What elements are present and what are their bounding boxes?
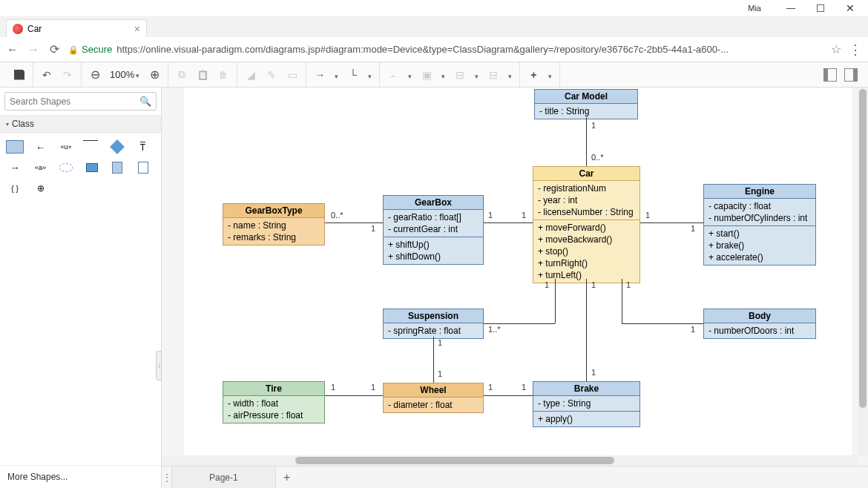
uml-class-engine[interactable]: Engine - capacity : float - numberOfCyli… (703, 184, 816, 266)
shape-diamond-icon[interactable] (108, 140, 126, 154)
paste-icon[interactable] (197, 69, 208, 81)
browser-tab[interactable]: Car × (6, 19, 147, 37)
shape-note-icon[interactable] (134, 161, 152, 174)
shape-abstraction-icon[interactable]: «a» (32, 161, 50, 174)
uml-attr: - year : int (538, 194, 635, 206)
multiplicity: 1 (691, 224, 695, 233)
minimize-button[interactable] (776, 1, 806, 16)
menu-icon[interactable]: ⋮ (849, 43, 862, 56)
panel-label: Class (12, 119, 34, 129)
chevron-down-icon (441, 68, 445, 82)
shape-generalization-icon[interactable] (32, 140, 50, 154)
uml-class-body[interactable]: Body - numberOfDoors : int (703, 309, 816, 339)
scrollbar-thumb[interactable] (859, 89, 867, 408)
back-button[interactable]: ← (6, 43, 19, 56)
delete-icon[interactable] (217, 69, 229, 81)
chevron-down-icon (508, 68, 512, 82)
address-bar[interactable]: Secure https://online.visual-paradigm.co… (68, 44, 823, 55)
uml-class-carmodel[interactable]: Car Model - title : String (534, 89, 638, 119)
main-area: 🔍 Class «u» ⤍ «a» ⫶ More Shapes... (0, 88, 868, 488)
multiplicity: 1..* (488, 325, 501, 334)
sidebar-collapse-handle[interactable]: ⫶ (156, 351, 162, 380)
toggle-right-panel-icon[interactable] (844, 68, 858, 82)
chevron-down-icon (335, 68, 338, 82)
shape-interface-icon[interactable] (134, 140, 152, 154)
connector (622, 279, 622, 323)
shape-model-icon[interactable] (108, 161, 126, 174)
uml-attr: - width : float (228, 398, 320, 409)
toggle-left-panel-icon[interactable] (823, 68, 837, 82)
secure-label: Secure (82, 44, 112, 55)
connector (586, 279, 587, 381)
connector (640, 222, 703, 223)
uml-class-car[interactable]: Car - registrationNum - year : int - lic… (533, 166, 640, 283)
uml-op: + apply() (538, 413, 635, 425)
multiplicity: 1 (522, 211, 526, 220)
zoom-out-icon[interactable] (89, 69, 101, 81)
shape-dep-icon[interactable]: ⤍ (6, 161, 24, 174)
shape-class-icon[interactable] (6, 140, 24, 154)
forward-button[interactable]: → (27, 43, 40, 56)
shape-icon[interactable] (286, 69, 298, 81)
uml-op: + moveBackward() (538, 234, 635, 245)
zoom-in-icon[interactable] (148, 69, 160, 81)
uml-op: + stop() (538, 245, 635, 257)
uml-class-tire[interactable]: Tire - width : float - airPressure : flo… (223, 381, 325, 423)
horizontal-scrollbar[interactable] (162, 455, 858, 466)
connector (484, 323, 555, 324)
search-icon[interactable]: 🔍 (139, 96, 151, 107)
more-shapes-button[interactable]: More Shapes... (0, 465, 161, 488)
uml-attr: - springRate : float (388, 325, 479, 337)
multiplicity: 1 (645, 211, 650, 220)
uml-class-name: GearBox (384, 196, 483, 210)
zoom-level[interactable]: 100% (110, 69, 139, 80)
fill-icon[interactable] (245, 69, 257, 81)
arrow-style-icon[interactable] (314, 69, 326, 81)
close-tab-icon[interactable]: × (134, 23, 140, 35)
uml-class-gearboxtype[interactable]: GearBoxType - name : String - remarks : … (223, 203, 325, 245)
connector (484, 395, 533, 396)
page-tab[interactable]: Page-1 (172, 466, 276, 488)
uml-class-gearbox[interactable]: GearBox - gearRatio : float[] - currentG… (383, 195, 484, 265)
uml-class-name: Car (533, 167, 640, 181)
add-icon[interactable] (527, 69, 539, 81)
layer-icon[interactable] (421, 69, 433, 81)
close-window-button[interactable] (835, 1, 865, 16)
panel-header-class[interactable]: Class (0, 116, 161, 133)
reload-button[interactable]: ⟳ (47, 43, 61, 56)
vertical-scrollbar[interactable] (858, 88, 868, 455)
uml-attr: - type : String (538, 398, 635, 409)
uml-class-suspension[interactable]: Suspension - springRate : float (383, 309, 484, 339)
page-tab-menu-icon[interactable]: ⋮ (162, 466, 172, 488)
save-icon[interactable] (13, 69, 25, 81)
uml-class-brake[interactable]: Brake - type : String + apply() (533, 381, 640, 427)
undo-icon[interactable] (41, 69, 53, 81)
multiplicity: 1 (591, 280, 596, 289)
distribute-icon[interactable] (487, 69, 499, 81)
diagram-canvas[interactable]: Car Model - title : String Car - registr… (184, 88, 852, 458)
multiplicity: 1 (488, 383, 493, 392)
uml-class-wheel[interactable]: Wheel - diameter : float (383, 383, 484, 413)
align-icon[interactable] (387, 69, 399, 81)
shape-constraint-icon[interactable] (6, 182, 24, 195)
shape-collab-icon[interactable] (57, 161, 75, 174)
stroke-icon[interactable] (266, 69, 277, 81)
redo-icon[interactable] (62, 69, 73, 81)
group-icon[interactable] (454, 69, 466, 81)
uml-attr: - registrationNum (538, 182, 635, 194)
secure-indicator: Secure (68, 44, 112, 55)
bookmark-icon[interactable]: ☆ (831, 42, 841, 56)
connector-style-icon[interactable] (347, 69, 359, 81)
search-input[interactable] (10, 96, 139, 107)
add-page-button[interactable]: + (276, 466, 298, 488)
scrollbar-thumb[interactable] (295, 457, 614, 464)
maximize-button[interactable] (817, 4, 824, 12)
shape-association-icon[interactable] (83, 140, 98, 154)
shape-nary-icon[interactable] (32, 182, 50, 195)
shape-usage-icon[interactable]: «u» (57, 140, 75, 154)
shape-package-icon[interactable] (83, 161, 101, 174)
uml-op: + moveForward() (538, 222, 635, 234)
multiplicity: 1 (626, 280, 631, 289)
connector (484, 222, 533, 223)
copy-icon[interactable] (176, 69, 188, 81)
